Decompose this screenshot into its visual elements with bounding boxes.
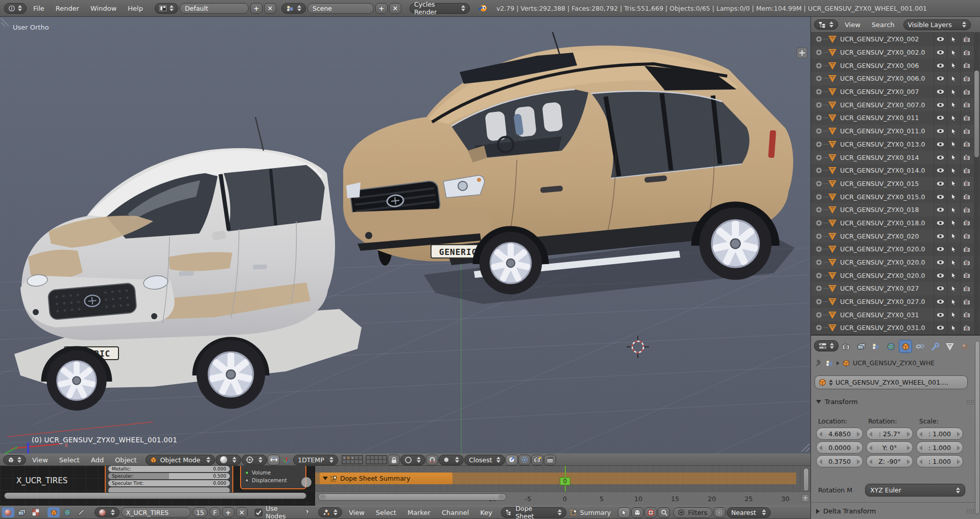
outliner-item[interactable]: UCR_GENSUV_ZYX0_006.0	[811, 72, 980, 85]
auto-snap-selector[interactable]: Nearest	[727, 507, 771, 518]
renderability-toggle[interactable]	[960, 98, 973, 111]
outliner-item[interactable]: UCR_GENSUV_ZYX0_013.0	[811, 138, 980, 151]
renderability-toggle[interactable]	[960, 269, 973, 282]
layer-cell[interactable]	[366, 460, 370, 464]
expand-icon[interactable]	[816, 220, 822, 226]
expand-icon[interactable]	[816, 233, 822, 240]
outliner-menu-view[interactable]: View	[839, 21, 866, 29]
outliner-item[interactable]: UCR_GENSUV_ZYX0_018.0	[811, 217, 980, 230]
dopesheet-vscrollbar[interactable]	[803, 468, 809, 491]
properties-tab-layers[interactable]	[854, 340, 868, 353]
outliner-item[interactable]: UCR_GENSUV_ZYX0_002	[811, 33, 980, 46]
linestyle-shader-tab[interactable]	[75, 507, 87, 517]
snap-toggle[interactable]	[426, 455, 438, 465]
object-name-field[interactable]: UCR_GENSUV_ZYX0_WHEEL_001....	[815, 375, 968, 389]
viewport-shading-selector[interactable]	[216, 455, 241, 465]
renderability-toggle[interactable]	[960, 72, 973, 85]
node-editor[interactable]: X_UCR_TIRES Metallic:0.000Specular:0.500…	[0, 466, 315, 506]
object-shader-tab[interactable]	[47, 507, 60, 517]
scale-value-field[interactable]: : 1.000	[916, 428, 963, 440]
layer-cell[interactable]	[342, 460, 346, 464]
outliner-item[interactable]: UCR_GENSUV_ZYX0_015.0	[811, 190, 980, 203]
show-hidden-filter-button[interactable]	[631, 507, 643, 518]
outliner-item[interactable]: UCR_GENSUV_ZYX0_006	[811, 59, 980, 72]
expand-icon[interactable]	[816, 36, 822, 42]
dope-sheet[interactable]: Dope Sheet Summary 0 -10-5051015202530 +	[315, 466, 810, 506]
new-material-button[interactable]: +	[222, 507, 234, 517]
dopesheet-menu-key[interactable]: Key	[474, 509, 498, 516]
selectability-toggle[interactable]	[947, 190, 960, 203]
summary-toggle[interactable]: Summary	[570, 509, 611, 516]
node-socket-displacement[interactable]: Displacement	[241, 477, 305, 484]
outliner-item[interactable]: UCR_GENSUV_ZYX0_014	[811, 151, 980, 164]
rotation-mode-selector[interactable]: XYZ Euler	[865, 484, 965, 497]
renderability-toggle[interactable]	[960, 125, 973, 138]
layer-cell[interactable]	[366, 456, 370, 460]
renderability-toggle[interactable]	[960, 203, 973, 217]
selectability-toggle[interactable]	[947, 217, 960, 230]
rotation-value-field[interactable]: Y: 0°	[866, 441, 913, 454]
expand-icon[interactable]	[816, 167, 822, 174]
outliner-item[interactable]: UCR_GENSUV_ZYX0_011	[811, 111, 980, 125]
visibility-toggle[interactable]	[934, 269, 947, 282]
location-value-field[interactable]: 4.6850	[816, 428, 863, 440]
material-output-node[interactable]: VolumeDisplacement	[240, 466, 306, 489]
expand-icon[interactable]	[816, 259, 822, 266]
layer-cell[interactable]	[370, 456, 374, 460]
menu-window[interactable]: Window	[85, 5, 122, 12]
outliner-item[interactable]: UCR_GENSUV_ZYX0_020.0	[811, 269, 980, 282]
screen-layout-icon-button[interactable]	[155, 3, 178, 14]
outliner-item[interactable]: UCR_GENSUV_ZYX0_014.0	[811, 164, 980, 177]
outliner-item[interactable]: UCR_GENSUV_ZYX0_018	[811, 203, 980, 217]
layer-cell[interactable]	[346, 456, 350, 460]
node-editor-zoom-widget[interactable]	[301, 477, 312, 487]
expand-icon[interactable]	[816, 180, 822, 187]
material-preview-selector[interactable]	[94, 507, 119, 517]
add-layout-button[interactable]: +	[250, 3, 262, 14]
location-value-field[interactable]: 0.3750	[816, 455, 863, 467]
node-slider-speculartint[interactable]: Specular Tint:0.000	[108, 480, 230, 486]
visibility-toggle[interactable]	[934, 98, 947, 111]
visibility-toggle[interactable]	[934, 203, 947, 217]
visibility-toggle[interactable]	[934, 33, 947, 46]
renderability-toggle[interactable]	[960, 164, 973, 177]
shader-node[interactable]: Metallic:0.000Specular:0.500Specular Tin…	[105, 466, 233, 496]
properties-tab-data[interactable]	[943, 340, 957, 353]
dopesheet-hscrollbar[interactable]	[318, 493, 506, 501]
editor-type-selector-outliner[interactable]	[814, 19, 838, 30]
renderability-toggle[interactable]	[960, 229, 973, 243]
selectability-toggle[interactable]	[947, 46, 960, 59]
outliner-menu-search[interactable]: Search	[866, 21, 900, 29]
editor-type-selector-properties[interactable]	[814, 340, 839, 351]
pin-button[interactable]	[301, 507, 313, 517]
copy-keyframes-button[interactable]	[713, 507, 726, 518]
outliner-item[interactable]: UCR_GENSUV_ZYX0_015	[811, 177, 980, 191]
node-slider-metallic[interactable]: Metallic:0.000	[108, 466, 230, 472]
renderability-toggle[interactable]	[960, 243, 973, 256]
renderability-toggle[interactable]	[960, 151, 973, 164]
selectability-toggle[interactable]	[947, 59, 960, 72]
properties-tab-material[interactable]	[958, 340, 971, 353]
properties-scrollbar[interactable]	[975, 341, 980, 514]
visibility-toggle[interactable]	[934, 308, 947, 321]
outliner-item[interactable]: UCR_GENSUV_ZYX0_031	[811, 308, 980, 321]
transform-orientation-axis-icon[interactable]	[280, 455, 293, 465]
layer-cell[interactable]	[350, 456, 354, 460]
opengl-render-image-button[interactable]	[531, 455, 543, 465]
opengl-render-anim-button[interactable]	[544, 455, 556, 465]
unlink-material-button[interactable]: ✕	[236, 507, 248, 517]
view3d-menu-select[interactable]: Select	[54, 456, 85, 464]
layer-cell[interactable]	[374, 460, 378, 464]
use-nodes-toggle[interactable]: Use Nodes	[255, 505, 299, 519]
expand-icon[interactable]	[816, 324, 822, 331]
selectability-toggle[interactable]	[947, 243, 960, 256]
properties-tab-modifiers[interactable]	[928, 340, 942, 353]
layer-cell[interactable]	[350, 460, 354, 464]
only-selected-filter-button[interactable]	[618, 507, 630, 518]
expand-icon[interactable]	[816, 272, 822, 279]
expand-icon[interactable]	[816, 128, 822, 134]
properties-tab-scene[interactable]	[869, 340, 882, 353]
proportional-edit-selector[interactable]	[400, 455, 425, 465]
selectability-toggle[interactable]	[947, 72, 960, 85]
renderability-toggle[interactable]	[960, 46, 973, 59]
